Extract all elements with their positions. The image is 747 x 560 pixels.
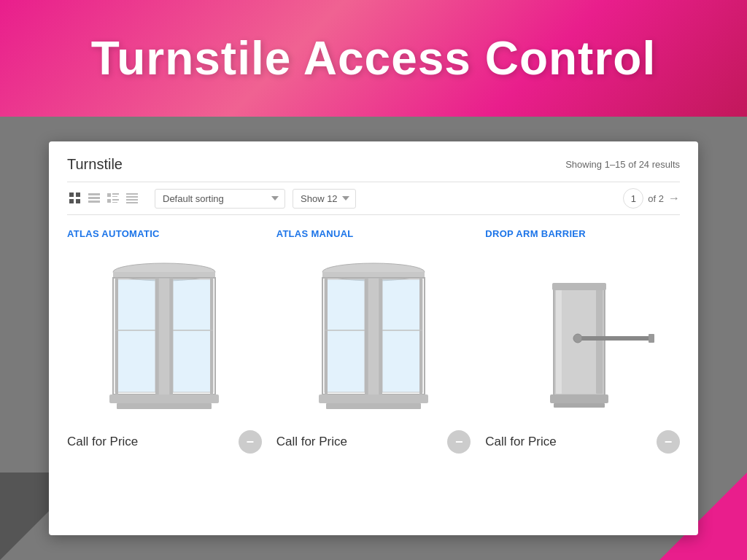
svg-rect-25 [170,278,173,396]
svg-rect-4 [88,193,100,195]
svg-rect-16 [126,202,138,203]
current-page-number: 1 [623,188,643,209]
svg-rect-12 [112,202,117,203]
product-panel: Turnstile Showing 1–15 of 24 results ​ [49,141,698,535]
main-area: Turnstile Showing 1–15 of 24 results ​ [0,117,747,560]
svg-rect-26 [210,278,213,396]
svg-rect-49 [552,283,606,290]
list-view-icon-1[interactable] [86,190,102,206]
price-atlas-manual: Call for Price [276,435,347,449]
sort-select[interactable]: Default sorting Sort by popularity Sort … [155,189,285,209]
page-header: Turnstile Access Control [0,0,747,117]
products-grid: ATLAS AUTOMATIC [67,228,680,454]
svg-rect-36 [382,279,422,392]
product-card-drop-arm-barrier: DROP ARM BARRIER [485,228,680,454]
svg-rect-20 [115,279,155,392]
svg-rect-9 [112,196,117,197]
svg-rect-8 [112,193,119,195]
svg-rect-1 [76,192,80,197]
svg-rect-0 [69,192,74,197]
svg-rect-2 [69,199,74,203]
product-footer-atlas-automatic: Call for Price − [67,430,262,454]
svg-point-52 [573,334,582,343]
product-footer-atlas-manual: Call for Price − [276,430,471,454]
svg-rect-11 [112,199,119,201]
page-title: Turnstile Access Control [91,31,656,85]
svg-rect-18 [113,272,215,278]
svg-rect-30 [117,403,212,409]
product-name-atlas-automatic[interactable]: ATLAS AUTOMATIC [67,228,160,239]
svg-rect-15 [126,199,138,201]
svg-rect-23 [115,278,118,396]
svg-rect-54 [554,403,605,408]
svg-rect-38 [365,278,368,396]
product-footer-drop-arm-barrier: Call for Price − [485,430,680,454]
show-select[interactable]: Show 12 Show 24 Show 36 [293,189,356,209]
svg-rect-14 [126,196,138,198]
list-view-icon-3[interactable] [124,190,140,206]
svg-rect-37 [325,278,328,396]
pagination: 1 of 2 → [623,188,680,209]
product-name-atlas-manual[interactable]: ATLAS MANUAL [276,228,354,239]
svg-rect-22 [173,279,213,392]
svg-rect-10 [107,199,111,203]
svg-rect-3 [76,199,80,203]
svg-rect-6 [88,201,100,203]
svg-rect-32 [322,272,425,278]
svg-rect-48 [596,289,603,394]
svg-rect-5 [88,197,100,199]
svg-rect-29 [109,394,219,403]
svg-rect-21 [158,278,170,396]
svg-rect-7 [107,193,111,197]
showing-results-text: Showing 1–15 of 24 results [565,159,680,170]
product-image-drop-arm-barrier[interactable] [485,246,680,421]
svg-rect-44 [326,403,421,409]
product-card-atlas-automatic: ATLAS AUTOMATIC [67,228,262,454]
svg-rect-53 [550,394,608,403]
product-name-drop-arm-barrier[interactable]: DROP ARM BARRIER [485,228,586,239]
add-to-cart-atlas-automatic[interactable]: − [239,430,262,454]
product-image-atlas-manual[interactable] [276,246,471,421]
toolbar: ​ Default sorting Sort by popularity Sor… [67,182,680,215]
view-icons: ​ [67,190,140,206]
svg-rect-40 [419,278,422,396]
svg-rect-24 [155,278,158,396]
price-drop-arm-barrier: Call for Price [485,435,556,449]
svg-rect-34 [325,279,365,392]
svg-rect-51 [649,334,654,343]
svg-rect-47 [556,289,562,394]
add-to-cart-drop-arm-barrier[interactable]: − [657,430,680,454]
page-of-text: of 2 [648,193,664,204]
next-page-arrow[interactable]: → [668,192,680,205]
svg-rect-43 [319,394,428,403]
svg-rect-50 [578,336,651,341]
svg-rect-39 [379,278,382,396]
price-atlas-automatic: Call for Price [67,435,138,449]
product-card-atlas-manual: ATLAS MANUAL [276,228,471,454]
product-image-atlas-automatic[interactable] [67,246,262,421]
add-to-cart-atlas-manual[interactable]: − [447,430,471,454]
grid-view-icon[interactable]: ​ [67,190,83,206]
panel-title: Turnstile [67,156,123,173]
list-view-icon-2[interactable] [105,190,121,206]
panel-header: Turnstile Showing 1–15 of 24 results [67,156,680,173]
svg-rect-35 [368,278,379,396]
svg-rect-13 [126,193,138,195]
